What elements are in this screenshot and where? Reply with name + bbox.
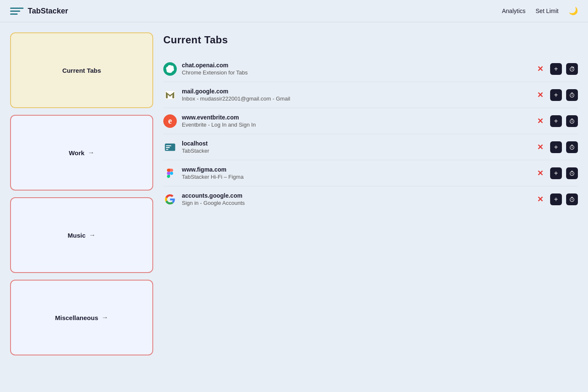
- tab-info-google-accounts: accounts.google.com Sign in - Google Acc…: [182, 192, 527, 206]
- favicon-chatgpt: [163, 62, 177, 76]
- tabstacker-logo-icon: [10, 4, 24, 18]
- main-layout: Current Tabs Work → Music → Miscellaneou…: [0, 22, 588, 392]
- sidebar-card-label-miscellaneous: Miscellaneous →: [55, 314, 109, 321]
- misc-arrow-icon: →: [101, 314, 108, 321]
- add-tab-button[interactable]: +: [550, 167, 562, 179]
- timer-tab-button[interactable]: [566, 167, 578, 179]
- tab-domain: www.eventbrite.com: [182, 114, 527, 121]
- close-tab-button[interactable]: ✕: [534, 167, 546, 179]
- app-title: TabStacker: [28, 7, 68, 16]
- tab-actions-chatgpt: ✕ +: [534, 63, 578, 75]
- favicon-google: [163, 193, 177, 206]
- sidebar-card-label-current-tabs: Current Tabs: [62, 67, 101, 74]
- add-tab-button[interactable]: +: [550, 63, 562, 75]
- svg-point-1: [573, 67, 574, 67]
- navbar: TabStacker Analytics Set Limit 🌙: [0, 0, 588, 22]
- table-row: chat.openai.com Chrome Extension for Tab…: [163, 56, 578, 82]
- tab-title: Inbox - mudassir222001@gmail.com - Gmail: [182, 95, 527, 102]
- table-row: localhost TabStacker ✕ +: [163, 134, 578, 160]
- tab-list: chat.openai.com Chrome Extension for Tab…: [163, 56, 578, 212]
- timer-tab-button[interactable]: [566, 193, 578, 205]
- table-row: mail.google.com Inbox - mudassir222001@g…: [163, 82, 578, 108]
- sidebar-card-music[interactable]: Music →: [10, 197, 153, 273]
- dark-mode-toggle[interactable]: 🌙: [569, 6, 578, 16]
- tab-info-chatgpt: chat.openai.com Chrome Extension for Tab…: [182, 62, 527, 76]
- close-tab-button[interactable]: ✕: [534, 115, 546, 127]
- table-row: e www.eventbrite.com Eventbrite - Log In…: [163, 108, 578, 134]
- work-arrow-icon: →: [88, 149, 95, 156]
- sidebar-card-miscellaneous[interactable]: Miscellaneous →: [10, 280, 153, 355]
- favicon-eventbrite: e: [163, 114, 177, 128]
- close-tab-button[interactable]: ✕: [534, 193, 546, 205]
- add-tab-button[interactable]: +: [550, 193, 562, 205]
- tab-title: Eventbrite - Log In and Sign In: [182, 122, 527, 128]
- tab-actions-google-accounts: ✕ +: [534, 193, 578, 205]
- add-tab-button[interactable]: +: [550, 141, 562, 153]
- timer-tab-button[interactable]: [566, 141, 578, 153]
- sidebar-card-label-work: Work →: [69, 149, 94, 156]
- analytics-link[interactable]: Analytics: [502, 8, 526, 14]
- tab-domain: chat.openai.com: [182, 62, 527, 69]
- table-row: accounts.google.com Sign in - Google Acc…: [163, 186, 578, 212]
- tab-title: Sign in - Google Accounts: [182, 200, 527, 206]
- close-tab-button[interactable]: ✕: [534, 63, 546, 75]
- music-arrow-icon: →: [89, 231, 96, 239]
- sidebar: Current Tabs Work → Music → Miscellaneou…: [10, 32, 153, 382]
- close-tab-button[interactable]: ✕: [534, 89, 546, 101]
- sidebar-card-current-tabs[interactable]: Current Tabs: [10, 32, 153, 108]
- navbar-left: TabStacker: [10, 4, 68, 18]
- tab-title: Chrome Extension for Tabs: [182, 69, 527, 76]
- add-tab-button[interactable]: +: [550, 115, 562, 127]
- tab-domain: localhost: [182, 140, 527, 147]
- tab-domain: mail.google.com: [182, 88, 527, 95]
- table-row: www.figma.com TabStacker Hi-Fi – Figma ✕…: [163, 160, 578, 186]
- tab-domain: accounts.google.com: [182, 192, 527, 199]
- timer-tab-button[interactable]: [566, 115, 578, 127]
- tab-info-eventbrite: www.eventbrite.com Eventbrite - Log In a…: [182, 114, 527, 128]
- tab-info-figma: www.figma.com TabStacker Hi-Fi – Figma: [182, 166, 527, 180]
- tab-actions-localhost: ✕ +: [534, 141, 578, 153]
- tab-title: TabStacker Hi-Fi – Figma: [182, 174, 527, 180]
- content-area: Current Tabs chat.openai.com Chrome Exte…: [163, 32, 578, 382]
- tab-domain: www.figma.com: [182, 166, 527, 173]
- favicon-gmail: [163, 88, 177, 102]
- tab-actions-figma: ✕ +: [534, 167, 578, 179]
- sidebar-card-label-music: Music →: [68, 231, 96, 239]
- tab-actions-gmail: ✕ +: [534, 89, 578, 101]
- close-tab-button[interactable]: ✕: [534, 141, 546, 153]
- tab-info-gmail: mail.google.com Inbox - mudassir222001@g…: [182, 88, 527, 102]
- tab-info-localhost: localhost TabStacker: [182, 140, 527, 154]
- favicon-figma: [163, 167, 177, 180]
- tab-actions-eventbrite: ✕ +: [534, 115, 578, 127]
- tab-title: TabStacker: [182, 148, 527, 154]
- sidebar-card-work[interactable]: Work →: [10, 115, 153, 191]
- navbar-right: Analytics Set Limit 🌙: [502, 6, 578, 16]
- add-tab-button[interactable]: +: [550, 89, 562, 101]
- page-title: Current Tabs: [163, 34, 578, 46]
- set-limit-link[interactable]: Set Limit: [536, 8, 559, 14]
- favicon-localhost: [163, 140, 177, 154]
- timer-tab-button[interactable]: [566, 89, 578, 101]
- timer-tab-button[interactable]: [566, 63, 578, 75]
